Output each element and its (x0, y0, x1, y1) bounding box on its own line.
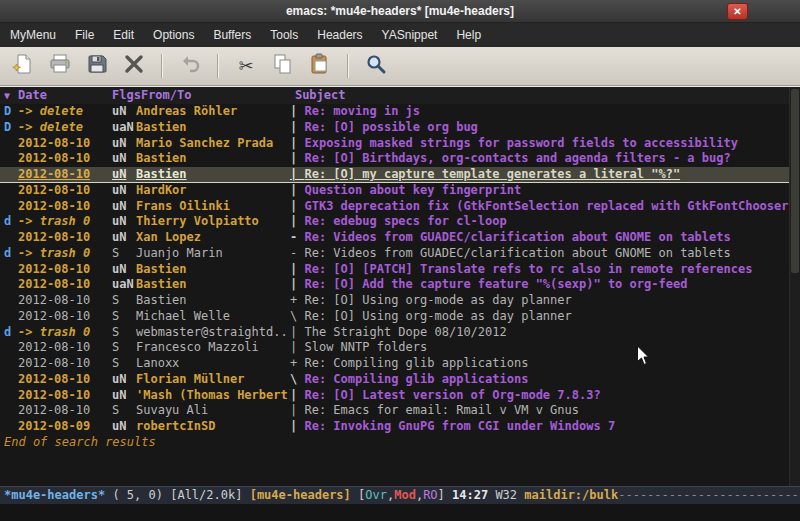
thread-prefix: | (290, 262, 304, 278)
sort-desc-icon[interactable]: ▼ (4, 87, 18, 104)
menu-tools[interactable]: Tools (262, 24, 306, 46)
message-mark (4, 372, 18, 388)
message-row[interactable]: 2012-08-10 uN HardKor | Question about k… (0, 183, 789, 199)
message-mark (4, 199, 18, 215)
column-header-date[interactable]: Date (18, 87, 47, 104)
message-from: Thierry Volpiatto (136, 214, 290, 230)
print-button[interactable] (45, 51, 75, 81)
message-list: D-> delete uN Andreas Röhler | Re: movin… (0, 104, 789, 435)
message-flags: uN (112, 262, 136, 278)
message-mark (4, 277, 18, 293)
header-line: ▼Date Flgs From/To Subject (0, 87, 789, 104)
undo-button[interactable] (175, 51, 205, 81)
search-button[interactable] (361, 51, 391, 81)
message-row[interactable]: 2012-08-09 uN robertcInSD | Re: Invoking… (0, 419, 789, 435)
message-subject: Re: [O] my capture template generates a … (304, 167, 680, 183)
message-from: Andreas Röhler (136, 104, 290, 120)
new-file-button[interactable] (8, 51, 38, 81)
message-date: 2012-08-10 (18, 388, 112, 404)
message-from: HardKor (136, 183, 290, 199)
message-subject: Re: [O] Add the capture feature "%(sexp)… (304, 277, 687, 293)
emacs-frame: ▼Date Flgs From/To Subject D-> delete uN… (0, 86, 800, 521)
message-subject: Slow NNTP folders (304, 340, 427, 356)
end-of-results-text: End of search results (0, 435, 789, 451)
message-row[interactable]: 2012-08-10 uN Florian Müllner \ Re: Comp… (0, 372, 789, 388)
message-from: Lanoxx (136, 356, 290, 372)
message-mark (4, 340, 18, 356)
mode-line-segment: Ovr (365, 488, 387, 502)
close-button[interactable]: ✕ (727, 3, 748, 20)
message-row[interactable]: d-> trash 0 uN Thierry Volpiatto | Re: e… (0, 214, 789, 230)
paste-button[interactable] (305, 51, 335, 81)
message-row[interactable]: 2012-08-10 uN 'Mash (Thomas Herbert) | R… (0, 388, 789, 404)
mode-line-segment: maildir:/bulk (524, 488, 618, 502)
menu-headers[interactable]: Headers (309, 24, 370, 46)
message-row[interactable]: 2012-08-10 S Suvayu Ali | Re: Emacs for … (0, 403, 789, 419)
message-row[interactable]: D-> delete uN Andreas Röhler | Re: movin… (0, 104, 789, 120)
column-header-from[interactable]: From/To (141, 87, 295, 104)
mode-line-segment: RO (423, 488, 437, 502)
message-row[interactable]: 2012-08-10 uN Bastien | Re: [O] Birthday… (0, 151, 789, 167)
menu-options[interactable]: Options (145, 24, 202, 46)
message-flags: S (112, 246, 136, 262)
thread-prefix: + (290, 293, 304, 309)
column-header-subject[interactable]: Subject (295, 87, 789, 104)
message-row[interactable]: 2012-08-10 uN Bastien | Re: [O] my captu… (0, 167, 789, 183)
message-row[interactable]: 2012-08-10 S Francesco Mazzoli | Slow NN… (0, 340, 789, 356)
message-row[interactable]: 2012-08-10 uN Mario Sanchez Prada | Expo… (0, 136, 789, 152)
message-subject: Re: [O] Birthdays, org-contacts and agen… (304, 151, 730, 167)
message-mark (4, 183, 18, 199)
thread-prefix: | (290, 403, 304, 419)
message-date: 2012-08-10 (18, 356, 112, 372)
message-date: 2012-08-10 (18, 136, 112, 152)
menu-file[interactable]: File (67, 24, 102, 46)
message-row[interactable]: D-> delete uaN Bastien | Re: [O] possibl… (0, 120, 789, 136)
message-date: 2012-08-10 (18, 151, 112, 167)
message-date: 2012-08-10 (18, 340, 112, 356)
message-subject: Re: [O] [PATCH] Translate refs to rc als… (304, 262, 752, 278)
message-row[interactable]: 2012-08-10 S Lanoxx + Re: Compiling glib… (0, 356, 789, 372)
thread-prefix: | (290, 419, 304, 435)
message-subject: Re: Videos from GUADEC/clarification abo… (304, 230, 730, 246)
copy-icon (272, 53, 294, 79)
menu-help[interactable]: Help (448, 24, 489, 46)
message-row[interactable]: 2012-08-10 uN Frans Oilinki | GTK3 depre… (0, 199, 789, 215)
scrollbar-thumb[interactable] (791, 89, 799, 273)
message-flags: uN (112, 214, 136, 230)
message-row[interactable]: 2012-08-10 uN Bastien | Re: [O] [PATCH] … (0, 262, 789, 278)
message-row[interactable]: d-> trash 0 S Juanjo Marin - Re: Videos … (0, 246, 789, 262)
menu-buffers[interactable]: Buffers (205, 24, 259, 46)
scrollbar[interactable] (789, 87, 800, 486)
new-file-icon (12, 53, 34, 79)
message-subject: The Straight Dope 08/10/2012 (304, 325, 506, 341)
message-date: -> delete (18, 120, 112, 136)
mode-line: *mu4e-headers* ( 5, 0) [All/2.0k] [mu4e-… (0, 486, 800, 504)
menu-yasnippet[interactable]: YASnippet (374, 24, 446, 46)
message-mark (4, 309, 18, 325)
menu-edit[interactable]: Edit (105, 24, 142, 46)
cut-button[interactable]: ✂ (231, 51, 261, 81)
message-from: Juanjo Marin (136, 246, 290, 262)
message-row[interactable]: 2012-08-10 uN Xan Lopez - Re: Videos fro… (0, 230, 789, 246)
thread-prefix: | (290, 151, 304, 167)
column-header-flags[interactable]: Flgs (112, 87, 141, 104)
message-row[interactable]: d-> trash 0 S webmaster@straightd... | T… (0, 325, 789, 341)
message-flags: S (112, 356, 136, 372)
save-button[interactable] (82, 51, 112, 81)
message-mark: d (4, 214, 18, 230)
close-icon: ✕ (733, 6, 741, 17)
message-flags: uN (112, 419, 136, 435)
thread-prefix: | (290, 340, 304, 356)
message-mark (4, 388, 18, 404)
menu-mymenu[interactable]: MyMenu (2, 24, 64, 46)
message-flags: uN (112, 167, 136, 183)
message-row[interactable]: 2012-08-10 S Michael Welle \ Re: [O] Usi… (0, 309, 789, 325)
message-row[interactable]: 2012-08-10 S Bastien + Re: [O] Using org… (0, 293, 789, 309)
message-row[interactable]: 2012-08-10 uaN Bastien | Re: [O] Add the… (0, 277, 789, 293)
message-subject: Re: [O] Latest version of Org-mode 7.8.3… (304, 388, 600, 404)
kill-buffer-button[interactable] (119, 51, 149, 81)
copy-button[interactable] (268, 51, 298, 81)
title-bar[interactable]: emacs: *mu4e-headers* [mu4e-headers] ✕ (0, 0, 800, 23)
message-from: 'Mash (Thomas Herbert) (136, 388, 290, 404)
message-subject: Question about key fingerprint (304, 183, 521, 199)
